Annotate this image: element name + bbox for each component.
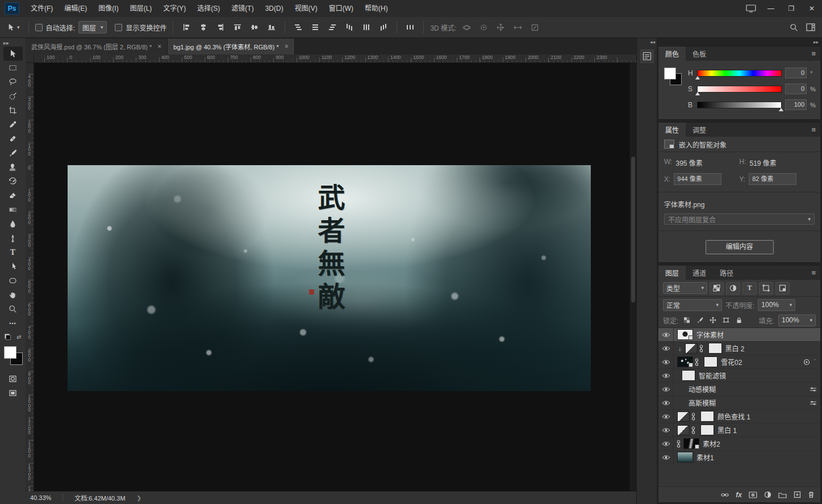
close-tab-icon[interactable]: × [285,43,289,51]
layer-mask-thumbnail[interactable] [700,411,714,422]
filter-blend-options-icon[interactable] [810,400,817,406]
layer-row-blackwhite-1[interactable]: 黑白 1 [658,423,820,437]
tab-channels[interactable]: 通道 [686,266,713,280]
layer-row-font-material[interactable]: 字体素材 [658,328,820,342]
align-right-button[interactable] [214,20,227,34]
brush-tool[interactable] [3,146,23,160]
visibility-toggle[interactable] [658,423,674,436]
layer-row-material-2[interactable]: 素材2 [658,437,820,451]
new-adjustment-layer-button[interactable] [764,491,771,498]
layer-row-color-lookup-1[interactable]: 颜色查找 1 [658,410,820,423]
auto-select-dropdown[interactable]: 图层 ▾ [78,21,107,33]
distribute-middle-button[interactable] [308,20,322,34]
document-tab-active[interactable]: bg1.jpg @ 40.3% (字体素材, RGB/8) * × [168,39,294,54]
filter-pixel-layers-button[interactable] [710,282,724,295]
smart-filter-row-motion-blur[interactable]: 动感模糊 [658,383,820,396]
tab-color[interactable]: 颜色 [658,47,686,61]
layer-mask-thumbnail[interactable] [704,356,717,367]
menu-select[interactable]: 选择(S) [191,0,226,17]
3d-scale-button[interactable] [528,20,541,34]
visibility-toggle[interactable] [658,396,674,409]
zoom-tool[interactable] [3,302,23,316]
filter-name[interactable]: 动感模糊 [689,384,716,394]
slider-thumb[interactable] [695,76,700,79]
layer-name[interactable]: 字体素材 [696,330,724,339]
layer-mask-thumbnail[interactable] [700,425,714,435]
current-tool-preview[interactable]: ▾ [5,22,22,32]
dock-collapse-header[interactable]: ◂◂ [637,38,657,46]
y-input[interactable]: 82 像素 [749,173,796,185]
brightness-value[interactable]: 100 [785,99,807,110]
layer-thumbnail[interactable] [677,329,693,340]
fill-dropdown[interactable]: 100% ▾ [778,314,816,326]
layer-name[interactable]: 黑白 2 [725,343,745,353]
eraser-tool[interactable] [3,188,23,203]
menu-filter[interactable]: 滤镜(T) [226,0,259,17]
adjustment-thumbnail[interactable] [677,425,690,435]
window-close-button[interactable]: ✕ [802,0,822,17]
tab-swatches[interactable]: 色板 [686,47,713,61]
menu-view[interactable]: 视图(V) [289,0,323,17]
tab-adjustments[interactable]: 调整 [686,123,713,137]
3d-roll-button[interactable] [477,20,490,34]
lock-image-button[interactable] [695,316,704,325]
collapse-smart-filters-icon[interactable]: ＾ [812,359,817,365]
filter-adjustment-layers-button[interactable] [726,282,740,295]
search-button[interactable] [787,20,800,34]
distribute-center-h-button[interactable] [360,20,373,34]
opacity-dropdown[interactable]: 100% ▾ [758,299,795,311]
app-frame-icon[interactable] [741,0,761,17]
hue-value[interactable]: 0 [785,68,807,78]
filter-kind-dropdown[interactable]: 类型 ▾ [663,282,707,294]
hue-slider[interactable] [697,70,782,77]
layer-row-blackwhite-2[interactable]: ↓ 黑白 2 [658,342,820,355]
distribute-top-button[interactable] [291,20,305,34]
crop-tool[interactable] [3,103,23,117]
marquee-tool[interactable] [3,61,23,75]
eyedropper-tool[interactable] [3,117,23,132]
filter-name[interactable]: 高斯模糊 [689,398,716,408]
smart-filter-icon[interactable] [803,359,810,366]
filter-mask-thumbnail[interactable] [682,370,695,381]
layer-comp-dropdown[interactable]: 不应用图层复合 ▾ [664,213,815,225]
menu-image[interactable]: 图像(I) [93,0,124,17]
default-colors-button[interactable] [5,334,11,340]
panel-menu-icon[interactable]: ≡ [807,266,820,280]
path-selection-tool[interactable] [3,259,23,274]
layer-thumbnail[interactable] [683,438,699,449]
menu-edit[interactable]: 编辑(E) [59,0,93,17]
new-group-button[interactable] [778,492,787,498]
align-bottom-button[interactable] [265,20,278,34]
gradient-tool[interactable] [3,203,23,217]
slider-thumb[interactable] [695,92,700,95]
collapsed-panel-icon[interactable] [639,48,655,64]
expand-dock-icon[interactable]: ▸▸ [813,39,819,45]
smart-filters-header-row[interactable]: 智能滤镜 [658,369,820,383]
align-middle-button[interactable] [248,20,261,34]
layer-thumbnail[interactable] [677,356,693,367]
edit-content-button[interactable]: 编辑内容 [706,240,774,254]
3d-pan-button[interactable] [494,20,507,34]
delete-layer-button[interactable] [808,491,815,498]
scrollbar-thumb[interactable] [631,157,635,303]
menu-help[interactable]: 帮助(H) [359,0,394,17]
close-tab-icon[interactable]: × [157,43,161,51]
menu-window[interactable]: 窗口(W) [323,0,359,17]
visibility-toggle[interactable] [658,383,674,396]
visibility-toggle[interactable] [658,328,674,341]
lock-all-button[interactable] [735,316,744,325]
layer-name[interactable]: 素材1 [696,452,714,462]
screen-mode-button[interactable] [3,386,23,400]
adjustment-thumbnail[interactable] [677,411,690,422]
visibility-toggle[interactable] [658,342,674,355]
link-layers-button[interactable] [721,492,729,498]
layer-name[interactable]: 黑白 1 [717,425,737,435]
saturation-value[interactable]: 0 [785,83,807,94]
adjustment-thumbnail[interactable] [685,343,698,354]
history-brush-tool[interactable] [3,174,23,188]
healing-brush-tool[interactable] [3,132,23,146]
layer-mask-thumbnail[interactable] [708,343,722,354]
menu-layer[interactable]: 图层(L) [124,0,158,17]
lock-artboard-button[interactable] [721,316,731,325]
swap-colors-button[interactable]: ⇄ [16,334,21,340]
